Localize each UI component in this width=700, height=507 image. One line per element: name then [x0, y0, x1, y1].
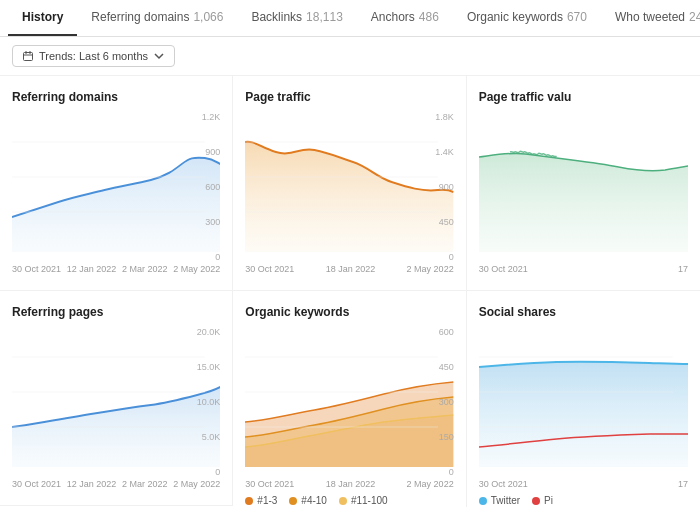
tab-referring-domains[interactable]: Referring domains1,066 — [77, 0, 237, 36]
tab-count: 1,066 — [193, 10, 223, 24]
tab-count: 486 — [419, 10, 439, 24]
legend-item-4-10: #4-10 — [289, 495, 327, 506]
chart-canvas: 1.8K 1.4K 900 450 0 — [245, 112, 453, 262]
y-axis-labels: 20.0K 15.0K 10.0K 5.0K 0 — [197, 327, 221, 477]
filter-bar: Trends: Last 6 months — [0, 37, 700, 76]
tab-count: 18,113 — [306, 10, 343, 24]
legend-dot — [479, 497, 487, 505]
chart-page-traffic-value: Page traffic valu 30 Oct 2021 17 — [467, 76, 700, 291]
x-axis-dates: 30 Oct 2021 17 — [479, 264, 688, 274]
legend-label: #1-3 — [257, 495, 277, 506]
x-axis-dates: 30 Oct 2021 18 Jan 2022 2 May 2022 — [245, 264, 453, 274]
legend-item-11-100: #11-100 — [339, 495, 388, 506]
y-axis-labels: 1.2K 900 600 300 0 — [202, 112, 221, 262]
chart-title: Social shares — [479, 305, 688, 319]
x-axis-dates: 30 Oct 2021 18 Jan 2022 2 May 2022 — [245, 479, 453, 489]
tab-organic-keywords[interactable]: Organic keywords670 — [453, 0, 601, 36]
chart-title: Page traffic — [245, 90, 453, 104]
y-axis-labels: 600 450 300 150 0 — [439, 327, 454, 477]
chart-canvas — [479, 327, 688, 477]
chart-legend: Twitter Pi — [479, 495, 688, 506]
legend-dot — [532, 497, 540, 505]
legend-label: Twitter — [491, 495, 520, 506]
tab-backlinks[interactable]: Backlinks18,113 — [237, 0, 356, 36]
chart-title: Referring domains — [12, 90, 220, 104]
calendar-icon — [23, 51, 33, 61]
tab-history[interactable]: History — [8, 0, 77, 36]
x-axis-dates: 30 Oct 2021 12 Jan 2022 2 Mar 2022 2 May… — [12, 479, 220, 489]
legend-item-twitter: Twitter — [479, 495, 520, 506]
tab-label: Organic keywords — [467, 10, 563, 24]
chart-organic-keywords: Organic keywords 600 450 300 150 0 — [233, 291, 466, 507]
chart-page-traffic: Page traffic 1.8K 1.4K 900 450 — [233, 76, 466, 291]
svg-rect-0 — [24, 53, 33, 61]
legend-dot — [339, 497, 347, 505]
tab-label: History — [22, 10, 63, 24]
chart-canvas: 20.0K 15.0K 10.0K 5.0K 0 — [12, 327, 220, 477]
y-axis-labels: 1.8K 1.4K 900 450 0 — [435, 112, 454, 262]
legend-label: #4-10 — [301, 495, 327, 506]
charts-grid: Referring domains 1.2K 900 — [0, 76, 700, 507]
chart-title: Referring pages — [12, 305, 220, 319]
tab-anchors[interactable]: Anchors486 — [357, 0, 453, 36]
tab-label: Who tweeted — [615, 10, 685, 24]
tab-label: Backlinks — [251, 10, 302, 24]
chart-canvas — [479, 112, 688, 262]
tab-bar: History Referring domains1,066 Backlinks… — [0, 0, 700, 37]
legend-item-pinterest: Pi — [532, 495, 553, 506]
tab-count: 670 — [567, 10, 587, 24]
chart-social-shares: Social shares 30 Oct 2021 — [467, 291, 700, 507]
tab-count: 244 — [689, 10, 700, 24]
chart-referring-domains: Referring domains 1.2K 900 — [0, 76, 233, 291]
chart-referring-pages: Referring pages 20.0K 15.0K 10.0K — [0, 291, 233, 506]
tab-label: Referring domains — [91, 10, 189, 24]
legend-item-1-3: #1-3 — [245, 495, 277, 506]
legend-dot — [245, 497, 253, 505]
trends-filter-button[interactable]: Trends: Last 6 months — [12, 45, 175, 67]
tab-who-tweeted[interactable]: Who tweeted244 — [601, 0, 700, 36]
x-axis-dates: 30 Oct 2021 12 Jan 2022 2 Mar 2022 2 May… — [12, 264, 220, 274]
tab-label: Anchors — [371, 10, 415, 24]
chart-legend: #1-3 #4-10 #11-100 — [245, 495, 453, 506]
chart-canvas: 600 450 300 150 0 — [245, 327, 453, 477]
filter-label: Trends: Last 6 months — [39, 50, 148, 62]
chart-title: Page traffic valu — [479, 90, 688, 104]
legend-label: Pi — [544, 495, 553, 506]
chevron-down-icon — [154, 51, 164, 61]
chart-canvas: 1.2K 900 600 300 0 — [12, 112, 220, 262]
x-axis-dates: 30 Oct 2021 17 — [479, 479, 688, 489]
legend-dot — [289, 497, 297, 505]
chart-title: Organic keywords — [245, 305, 453, 319]
legend-label: #11-100 — [351, 495, 388, 506]
